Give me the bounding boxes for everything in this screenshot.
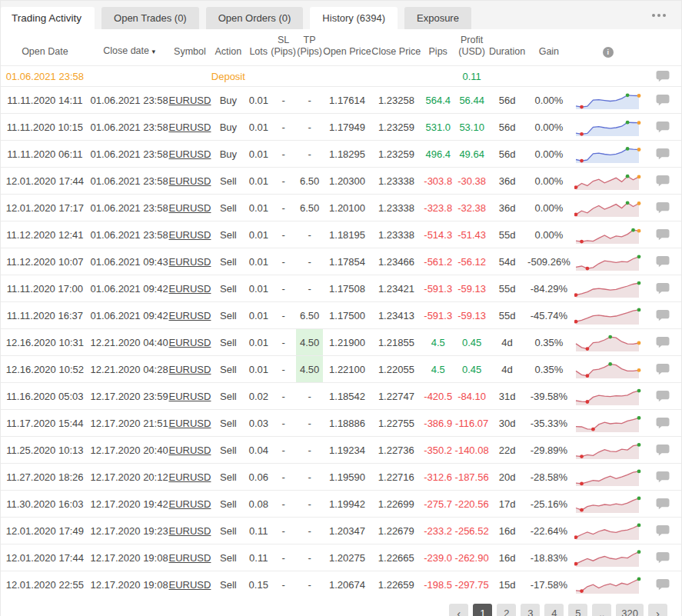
cell-gain: -29.89% xyxy=(526,437,573,463)
trade-sparkline xyxy=(574,413,642,433)
symbol-link[interactable]: EURUSD xyxy=(168,552,211,564)
tab-open-trades[interactable]: Open Trades (0) xyxy=(101,7,199,29)
cell-close-price: 1.22755 xyxy=(371,410,421,436)
symbol-link[interactable]: EURUSD xyxy=(169,256,211,268)
cell-close-date: 01.06.2021 09:42 xyxy=(89,275,170,301)
cell-lots: 0.11 xyxy=(246,518,271,544)
symbol-link[interactable]: EURUSD xyxy=(169,175,211,187)
cell-comment xyxy=(644,437,681,463)
comment-icon[interactable] xyxy=(656,498,670,510)
symbol-link[interactable]: EURUSD xyxy=(169,95,211,106)
symbol-link[interactable]: EURUSD xyxy=(169,364,211,375)
page-button-2[interactable]: 2 xyxy=(497,604,516,616)
cell-chart xyxy=(572,329,644,355)
page-button-..[interactable]: .. xyxy=(592,604,611,616)
comment-icon[interactable] xyxy=(656,70,670,82)
trade-sparkline xyxy=(574,198,642,218)
cell-duration: 15d xyxy=(489,571,526,598)
symbol-link[interactable]: EURUSD xyxy=(169,202,211,214)
page-button-3[interactable]: 3 xyxy=(521,604,540,616)
cell-tp: 6.50 xyxy=(296,195,323,221)
comment-icon[interactable] xyxy=(656,282,670,295)
cell-comment xyxy=(644,329,681,355)
cell-pips: -514.3 xyxy=(421,221,455,248)
cell-symbol: EURUSD xyxy=(169,464,210,490)
page-button-320[interactable]: 320 xyxy=(616,604,644,616)
symbol-link[interactable]: EURUSD xyxy=(169,418,211,429)
comment-icon[interactable] xyxy=(656,363,670,375)
pagination-next-button[interactable]: › xyxy=(648,604,667,616)
cell-tp: 6.50 xyxy=(296,168,323,194)
table-row: 12.01.2020 17:4412.17.2020 19:08EURUSDSe… xyxy=(1,544,681,571)
cell-gain: 0.00% xyxy=(525,221,572,248)
symbol-link[interactable]: EURUSD xyxy=(169,122,211,133)
cell-open-date: 11.11.2020 17:00 xyxy=(1,275,89,301)
symbol-link[interactable]: EURUSD xyxy=(168,445,211,456)
comment-icon[interactable] xyxy=(656,228,670,241)
tab-open-orders[interactable]: Open Orders (0) xyxy=(206,7,304,29)
page-button-5[interactable]: 5 xyxy=(568,604,587,616)
cell-action: Buy xyxy=(210,114,246,140)
cell-tp: - xyxy=(296,464,323,490)
symbol-link[interactable]: EURUSD xyxy=(168,579,211,591)
comment-icon[interactable] xyxy=(656,309,670,321)
pagination-prev-button[interactable]: ‹ xyxy=(449,604,468,616)
symbol-link[interactable]: EURUSD xyxy=(169,229,211,241)
symbol-link[interactable]: EURUSD xyxy=(169,148,211,160)
cell-gain: 0.00% xyxy=(525,168,572,194)
info-icon[interactable]: i xyxy=(603,47,614,58)
comment-icon[interactable] xyxy=(656,94,670,106)
comment-icon[interactable] xyxy=(656,175,670,187)
symbol-link[interactable]: EURUSD xyxy=(168,525,211,537)
symbol-link[interactable]: EURUSD xyxy=(168,471,211,483)
cell-open-date: 12.01.2020 17:49 xyxy=(1,518,89,544)
cell-lots: 0.01 xyxy=(246,168,271,194)
symbol-link[interactable]: EURUSD xyxy=(169,283,211,295)
cell-tp: - xyxy=(296,518,323,544)
cell-duration: 56d xyxy=(489,114,526,140)
comment-icon[interactable] xyxy=(656,201,670,214)
cell-close-date: 12.17.2020 21:51 xyxy=(89,410,170,436)
cell-gain: -17.58% xyxy=(526,571,573,598)
cell-pips: -233.2 xyxy=(421,518,455,544)
table-row: 11.11.2020 14:1101.06.2021 23:58EURUSDBu… xyxy=(1,86,681,113)
cell-duration: 4d xyxy=(489,356,526,382)
cell-lots: 0.01 xyxy=(246,87,271,113)
table-row: 11.11.2020 16:3701.06.2021 09:42EURUSDSe… xyxy=(1,301,681,328)
comment-icon[interactable] xyxy=(656,524,670,537)
comment-icon[interactable] xyxy=(656,417,670,429)
cell-comment xyxy=(644,221,681,248)
page-button-1[interactable]: 1 xyxy=(473,604,492,616)
comment-icon[interactable] xyxy=(656,578,670,591)
symbol-link[interactable]: EURUSD xyxy=(168,498,211,510)
symbol-link[interactable]: EURUSD xyxy=(169,310,211,321)
comment-icon[interactable] xyxy=(656,255,670,268)
tab-history[interactable]: History (6394) xyxy=(310,7,398,29)
cell-lots: 0.01 xyxy=(246,221,271,248)
comment-icon[interactable] xyxy=(656,121,670,133)
comment-icon[interactable] xyxy=(656,471,670,483)
comment-icon[interactable] xyxy=(656,444,670,456)
page-button-4[interactable]: 4 xyxy=(544,604,564,616)
cell-tp xyxy=(296,66,323,86)
comment-icon[interactable] xyxy=(656,551,670,564)
column-header-close-date[interactable]: Close date ▾ xyxy=(89,29,170,65)
cell-comment xyxy=(644,383,681,409)
column-header-duration: Duration xyxy=(489,29,526,65)
comment-icon[interactable] xyxy=(656,336,670,348)
cell-sl: - xyxy=(271,571,296,598)
tab-exposure[interactable]: Exposure xyxy=(404,7,471,29)
cell-open-date: 12.01.2020 22:55 xyxy=(1,571,89,598)
symbol-link[interactable]: EURUSD xyxy=(169,337,211,348)
cell-open-date: 11.27.2020 18:26 xyxy=(1,464,89,490)
comment-icon[interactable] xyxy=(656,390,670,402)
cell-tp: - xyxy=(296,141,323,167)
cell-lots: 0.01 xyxy=(246,114,271,140)
cell-sl: - xyxy=(271,383,296,409)
table-row: 11.17.2020 15:4412.17.2020 21:51EURUSDSe… xyxy=(1,409,681,436)
cell-close-price: 1.23466 xyxy=(371,248,421,275)
symbol-link[interactable]: EURUSD xyxy=(169,391,211,402)
cell-close-price: 1.22736 xyxy=(371,437,421,463)
ellipsis-menu-icon[interactable] xyxy=(649,11,669,20)
comment-icon[interactable] xyxy=(656,148,670,160)
